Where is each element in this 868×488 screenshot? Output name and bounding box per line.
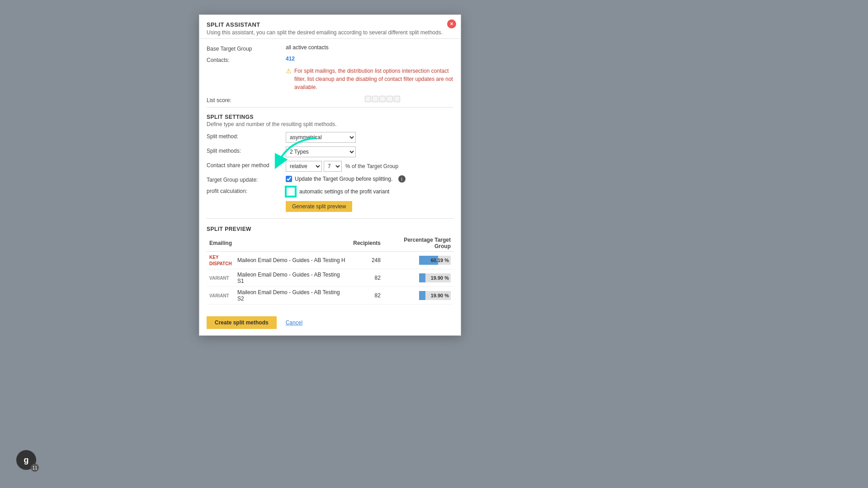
contacts-link[interactable]: 412 <box>286 56 295 62</box>
list-score-row: List score: <box>207 96 453 103</box>
row-badge: VARIANT <box>207 269 235 287</box>
warning-text: For split mailings, the distribution lis… <box>294 67 453 91</box>
modal-title: SPLIT ASSISTANT <box>207 21 453 28</box>
row-recipients: 82 <box>350 287 383 305</box>
contact-share-number-select[interactable]: 7 5 10 <box>324 161 342 172</box>
base-target-group-value: all active contacts <box>286 44 453 51</box>
split-methods-select[interactable]: 2 Types 3 Types 4 Types <box>286 146 356 157</box>
create-split-methods-button[interactable]: Create split methods <box>207 316 277 329</box>
col-recipients: Recipients <box>350 235 383 252</box>
row-badge: VARIANT <box>207 287 235 305</box>
profit-calc-row: profit calculation: automatic settings o… <box>207 187 453 197</box>
notification-badge[interactable]: 11 <box>31 464 39 472</box>
split-preview-title: SPLIT PREVIEW <box>207 226 453 232</box>
split-assistant-modal: SPLIT ASSISTANT Using this assistant, yo… <box>199 14 461 336</box>
warning-icon: ⚠ <box>286 67 292 75</box>
warning-box: ⚠ For split mailings, the distribution l… <box>286 67 453 91</box>
row-emailing: Maileon Email Demo - Guides - AB Testing… <box>235 269 350 287</box>
split-settings-desc: Define type and number of the resulting … <box>207 121 453 127</box>
star-1[interactable] <box>365 96 371 102</box>
profit-calc-control: automatic settings of the profit variant <box>286 187 453 197</box>
generate-split-preview-button[interactable]: Generate split preview <box>286 201 352 212</box>
row-emailing: Maileon Email Demo - Guides - AB Testing… <box>235 252 350 269</box>
profit-calc-checkbox[interactable] <box>286 187 296 197</box>
modal-header: SPLIT ASSISTANT Using this assistant, yo… <box>199 15 461 39</box>
row-percentage: 19.90 % <box>383 269 453 287</box>
list-score-label: List score: <box>207 96 286 103</box>
table-row: KEY DISPATCH Maileon Email Demo - Guides… <box>207 252 453 269</box>
row-percentage: 60.19 % <box>383 252 453 269</box>
info-icon[interactable]: i <box>398 175 406 183</box>
star-2[interactable] <box>372 96 378 102</box>
split-method-select[interactable]: asymmetrical symmetrical <box>286 132 356 143</box>
base-target-group-row: Base Target Group all active contacts <box>207 44 453 52</box>
split-methods-label: Split methods: <box>207 146 286 154</box>
col-percentage: Percentage Target Group <box>383 235 453 252</box>
modal-body: Base Target Group all active contacts Co… <box>199 39 461 312</box>
split-method-label: Split method: <box>207 132 286 140</box>
split-method-value: asymmetrical symmetrical <box>286 132 453 143</box>
split-settings-title: SPLIT SETTINGS <box>207 114 453 120</box>
contact-share-label: Contact share per method <box>207 161 286 169</box>
star-4[interactable] <box>387 96 393 102</box>
target-group-update-label: Target Group update: <box>207 175 286 183</box>
contacts-row: Contacts: 412 <box>207 56 453 63</box>
star-5[interactable] <box>394 96 400 102</box>
cancel-button[interactable]: Cancel <box>281 316 307 329</box>
row-recipients: 248 <box>350 252 383 269</box>
split-methods-value: 2 Types 3 Types 4 Types <box>286 146 453 157</box>
table-row: VARIANT Maileon Email Demo - Guides - AB… <box>207 269 453 287</box>
target-group-update-control: Update the Target Group before splitting… <box>286 175 453 183</box>
contact-share-row: Contact share per method relative absolu… <box>207 161 453 172</box>
list-score-stars <box>286 96 453 102</box>
target-group-update-text: Update the Target Group before splitting… <box>295 176 393 182</box>
col-emailing: Emailing <box>207 235 235 252</box>
row-percentage: 19.90 % <box>383 287 453 305</box>
split-methods-row: Split methods: 2 Types 3 Types 4 Types <box>207 146 453 157</box>
contact-share-controls: relative absolute 7 5 10 % of the Target… <box>286 161 453 172</box>
col-emailing-name <box>235 235 350 252</box>
table-row: VARIANT Maileon Email Demo - Guides - AB… <box>207 287 453 305</box>
row-recipients: 82 <box>350 269 383 287</box>
split-method-row: Split method: asymmetrical symmetrical <box>207 132 453 143</box>
row-badge: KEY DISPATCH <box>207 252 235 269</box>
base-target-group-label: Base Target Group <box>207 44 286 52</box>
divider-1 <box>207 107 453 108</box>
profit-calc-text: automatic settings of the profit variant <box>299 188 389 195</box>
row-emailing: Maileon Email Demo - Guides - AB Testing… <box>235 287 350 305</box>
contact-share-type-select[interactable]: relative absolute <box>286 161 322 172</box>
modal-subtitle: Using this assistant, you can split the … <box>207 29 453 36</box>
modal-footer: Create split methods Cancel <box>199 312 461 335</box>
close-button[interactable]: × <box>447 19 456 28</box>
contact-share-suffix: % of the Target Group <box>345 163 398 169</box>
contacts-label: Contacts: <box>207 56 286 63</box>
star-3[interactable] <box>379 96 386 102</box>
profit-calc-label: profit calculation: <box>207 187 286 194</box>
divider-2 <box>207 218 453 219</box>
target-group-update-checkbox[interactable] <box>286 176 292 182</box>
split-preview-table: Emailing Recipients Percentage Target Gr… <box>207 235 453 305</box>
contacts-value: 412 <box>286 56 453 62</box>
target-group-update-row: Target Group update: Update the Target G… <box>207 175 453 183</box>
